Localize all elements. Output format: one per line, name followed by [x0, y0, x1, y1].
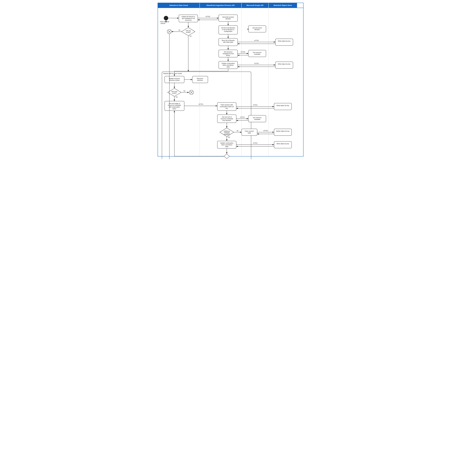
lane-col-msgraph	[242, 8, 269, 156]
lane-col-salesforce	[158, 8, 200, 156]
lanes-header: Salesforce Data Cloud SharePoint Ingesti…	[158, 3, 304, 8]
lane-header-sharepoint: SharePoint Ingestion Process API	[200, 3, 242, 8]
lane-col-mulesoft	[269, 8, 297, 156]
lane-header-salesforce: Salesforce Data Cloud	[158, 3, 200, 8]
diagram-body: User requests refresh Initiate full refr…	[158, 8, 304, 156]
lane-header-msgraph: Microsoft Graph API	[242, 3, 269, 8]
lane-col-sharepoint	[200, 8, 242, 156]
lane-header-mulesoft: MuleSoft Object Store	[269, 3, 297, 8]
diagram-container: Salesforce Data Cloud SharePoint Ingesti…	[156, 0, 305, 159]
